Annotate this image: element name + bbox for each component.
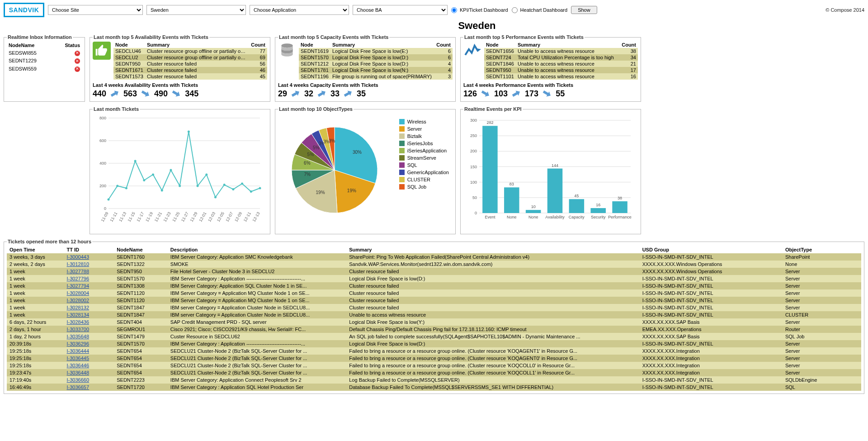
tickets-column-header: ObjectType [783, 246, 861, 253]
ticket-row: 16:46:49sI-3036657SEDNT1720IBM Server Ca… [7, 384, 861, 391]
thumb-icon [93, 42, 111, 60]
svg-point-15 [143, 179, 145, 181]
svg-text:12-03: 12-03 [207, 211, 216, 223]
svg-point-11 [108, 199, 110, 201]
site-select[interactable]: Choose Site [48, 5, 143, 15]
svg-point-18 [170, 169, 172, 171]
event-row: SEDCLU46Cluster resource group offline o… [113, 48, 267, 54]
panel-legend: Last month top 5 Availability Events wit… [93, 34, 209, 40]
ticket-id-link[interactable]: I-3028134 [67, 312, 90, 318]
ticket-id-link[interactable]: I-3033700 [67, 327, 90, 332]
trend-value: 126 [463, 89, 477, 99]
event-row: SEDNT1671Cluster resource failed46 [113, 67, 267, 73]
svg-text:Capacity: Capacity [569, 215, 585, 219]
svg-point-13 [125, 187, 127, 190]
ticket-id-link[interactable]: I-3012810 [67, 261, 90, 267]
ticket-id-link[interactable]: I-3036446 [67, 363, 90, 368]
kpi-dashboard-radio[interactable]: KPI/Ticket Dashboard [451, 7, 508, 13]
ticket-id-link[interactable]: I-3027796 [67, 276, 90, 281]
tickets-column-header: USD Group [640, 246, 783, 253]
svg-text:12-09: 12-09 [234, 211, 243, 223]
inbox-col-status: Status [54, 42, 82, 49]
tickets-table-panel: Tickets opened more than 12 hours Open T… [4, 239, 864, 394]
svg-text:6%: 6% [304, 161, 311, 166]
show-button[interactable]: Show [571, 6, 597, 14]
inbox-node: SEDSWI855 [7, 49, 54, 57]
svg-point-12 [116, 185, 118, 187]
svg-text:100: 100 [470, 180, 477, 185]
ticket-id-link[interactable]: I-3000443 [67, 254, 90, 260]
svg-text:0: 0 [104, 206, 106, 211]
ticket-id-link[interactable]: I-3027794 [67, 283, 90, 289]
pie-legend-item: iSeriesJobs [399, 141, 449, 146]
svg-text:12-11: 12-11 [243, 211, 252, 223]
application-select[interactable]: Choose Application [250, 5, 349, 15]
svg-text:200: 200 [470, 149, 477, 153]
event-row: SEDNT1570Logical Disk Free Space is low(… [299, 54, 453, 61]
performance-panel: Last month top 5 Performance Events with… [460, 34, 641, 102]
svg-text:11-09: 11-09 [100, 211, 109, 223]
brand-logo: SANDVIK [4, 3, 44, 17]
svg-text:None: None [507, 215, 517, 219]
status-error-icon: ✕ [75, 51, 80, 56]
svg-point-25 [232, 188, 234, 190]
svg-text:12-01: 12-01 [198, 211, 207, 223]
country-select[interactable]: Sweden [146, 5, 246, 15]
svg-text:200: 200 [99, 184, 106, 188]
svg-text:11-17: 11-17 [136, 211, 145, 223]
capacity-panel: Last month top 5 Capacity Events with Ti… [275, 34, 456, 102]
trend-label: Last 4 weeks Performance Events with Tic… [463, 82, 638, 88]
heatchart-dashboard-radio[interactable]: Heatchart Dashboard [512, 7, 568, 13]
ticket-id-link[interactable]: I-3028002 [67, 298, 90, 303]
svg-text:19%: 19% [316, 190, 325, 195]
panel-legend: Last month top 5 Capacity Events with Ti… [278, 34, 389, 40]
event-row: SEDNT724Total CPU Utilization Percentage… [484, 54, 638, 61]
svg-text:Performance: Performance [608, 215, 632, 219]
tickets-column-header: Description [168, 246, 346, 253]
svg-text:None: None [528, 215, 538, 219]
pie-legend-item: Biztalk [399, 133, 449, 139]
ticket-id-link[interactable]: I-3028132 [67, 305, 90, 310]
svg-point-17 [161, 190, 163, 192]
ticket-id-link[interactable]: I-3036660 [67, 377, 90, 383]
svg-point-16 [152, 174, 154, 176]
panel-legend: Last month top 5 Performance Events with… [463, 34, 585, 40]
ticket-id-link[interactable]: I-3036657 [67, 384, 90, 390]
svg-text:11-25: 11-25 [171, 211, 180, 223]
ticket-id-link[interactable]: I-3027788 [67, 269, 90, 274]
svg-rect-80 [547, 169, 563, 213]
ticket-id-link[interactable]: I-3036448 [67, 370, 90, 375]
ticket-row: 1 weekI-3028002SEDNT1120IBM Server Categ… [7, 297, 861, 304]
ticket-row: 19:25:18sI-3036445SEDNT654SEDCLU21 Clust… [7, 355, 861, 362]
ticket-id-link[interactable]: I-3028004 [67, 290, 90, 296]
svg-point-19 [179, 185, 181, 187]
svg-text:45: 45 [574, 194, 579, 198]
event-row: SEDNT1846Unable to access witness resour… [484, 61, 638, 67]
ticket-row: 1 weekI-3028004SEDNT1120IBM Server Categ… [7, 289, 861, 297]
pie-legend-item: StreamServe [399, 155, 449, 161]
ticket-id-link[interactable]: I-3036296 [67, 341, 90, 346]
ticket-id-link[interactable]: I-3035648 [67, 334, 90, 339]
trend-value: 33 [330, 89, 340, 99]
svg-text:282: 282 [486, 120, 493, 125]
ticket-row: 17:19:40sI-3036660SEDNT2223IBM Server Ca… [7, 376, 861, 384]
ticket-id-link[interactable]: I-3028436 [67, 319, 90, 325]
svg-text:10: 10 [531, 204, 536, 209]
svg-text:7%: 7% [304, 172, 311, 177]
ticket-row: 3 weeks, 3 daysI-3000443SEDNT1760IBM Ser… [7, 253, 861, 261]
bar-chart-legend: Realtime Events per KPI [463, 106, 523, 112]
svg-text:16: 16 [596, 203, 600, 207]
ticket-id-link[interactable]: I-3036445 [67, 356, 90, 361]
ticket-row: 1 day, 2 hoursI-3035648SEDNT1479Custer R… [7, 333, 861, 340]
svg-text:50: 50 [472, 195, 477, 200]
event-row: SEDNT950Cluster resource failed56 [113, 61, 267, 67]
realtime-inbox-legend: Realtime Inbox Information [7, 34, 73, 40]
pie-legend-item: SQL Job [399, 184, 449, 190]
event-row: SEDNT1212Logical Disk Free Space is low(… [299, 61, 453, 67]
availability-panel: Last month top 5 Availability Events wit… [90, 34, 270, 102]
svg-point-20 [188, 131, 190, 133]
ba-select[interactable]: Choose BA [353, 5, 448, 15]
page-title: Sweden [90, 20, 864, 32]
ticket-id-link[interactable]: I-3036444 [67, 348, 90, 354]
svg-text:11-15: 11-15 [127, 211, 136, 223]
